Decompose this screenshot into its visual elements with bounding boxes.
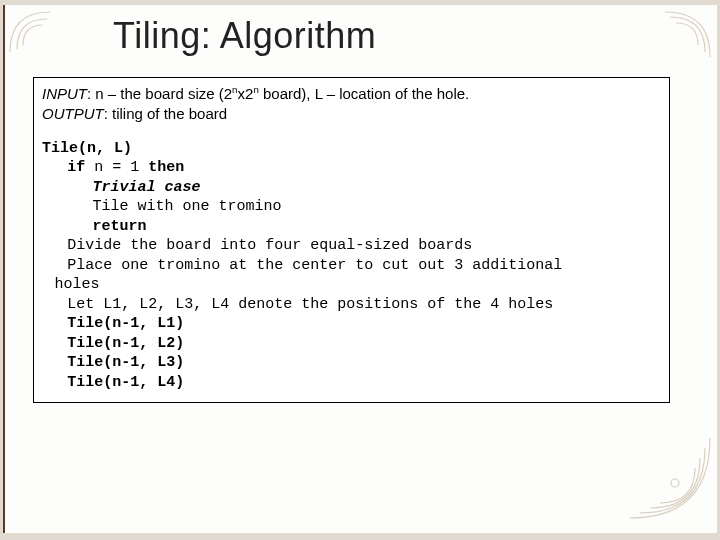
- svg-point-0: [671, 479, 679, 487]
- code-l6: Divide the board into four equal-sized b…: [42, 236, 472, 256]
- algorithm-box: INPUT: n – the board size (2nx2n board),…: [33, 77, 670, 403]
- input-text-3: board), L – location of the hole.: [259, 85, 469, 102]
- ornament-top-left: [5, 7, 55, 57]
- code-l2b: n = 1: [85, 159, 148, 176]
- input-text-1: : n – the board size (2: [87, 85, 232, 102]
- code-l5: return: [42, 217, 146, 237]
- output-label: OUTPUT: [42, 105, 104, 122]
- code-l7b: holes: [42, 275, 100, 295]
- code-l4: Tile with one tromino: [42, 197, 281, 217]
- left-accent-bar: [3, 5, 5, 533]
- code-l2c: then: [148, 159, 184, 176]
- pseudocode: Tile(n, L) if n = 1 then Trivial case Ti…: [42, 139, 661, 393]
- ornament-top-right: [660, 7, 715, 62]
- io-spec: INPUT: n – the board size (2nx2n board),…: [42, 84, 661, 125]
- ornament-bottom-right: [625, 433, 715, 523]
- code-l9: Tile(n-1, L1): [42, 314, 184, 334]
- code-l8: Let L1, L2, L3, L4 denote the positions …: [42, 295, 553, 315]
- slide-title: Tiling: Algorithm: [113, 15, 376, 57]
- code-l10: Tile(n-1, L2): [42, 334, 184, 354]
- code-l7: Place one tromino at the center to cut o…: [42, 256, 562, 276]
- slide: Tiling: Algorithm INPUT: n – the board s…: [3, 5, 717, 533]
- code-l11: Tile(n-1, L3): [42, 353, 184, 373]
- code-l3: Trivial case: [42, 178, 200, 198]
- code-l1: Tile(n, L): [42, 140, 132, 157]
- input-label: INPUT: [42, 85, 87, 102]
- code-l2a: if: [67, 159, 85, 176]
- input-text-2: x2: [238, 85, 254, 102]
- output-text: : tiling of the board: [104, 105, 227, 122]
- code-l12: Tile(n-1, L4): [42, 373, 184, 393]
